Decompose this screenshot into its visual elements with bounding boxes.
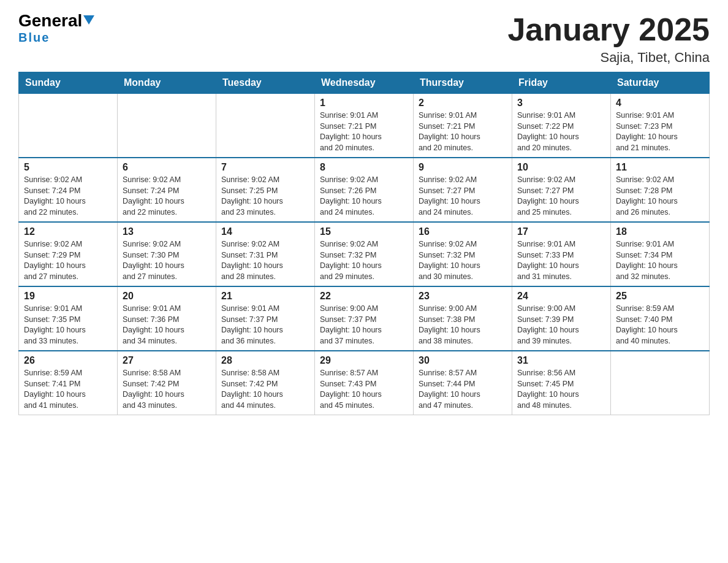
day-info: Sunrise: 9:01 AM Sunset: 7:22 PM Dayligh…: [517, 110, 605, 153]
day-info: Sunrise: 9:02 AM Sunset: 7:29 PM Dayligh…: [24, 239, 112, 282]
day-info: Sunrise: 8:58 AM Sunset: 7:42 PM Dayligh…: [123, 368, 211, 411]
weekday-header-row: SundayMondayTuesdayWednesdayThursdayFrid…: [19, 72, 710, 94]
day-number: 15: [320, 226, 408, 237]
title-area: January 2025 Sajia, Tibet, China: [507, 12, 710, 66]
calendar-cell: 5Sunrise: 9:02 AM Sunset: 7:24 PM Daylig…: [19, 158, 118, 222]
calendar-cell: 22Sunrise: 9:00 AM Sunset: 7:37 PM Dayli…: [315, 286, 414, 351]
day-info: Sunrise: 9:01 AM Sunset: 7:23 PM Dayligh…: [616, 110, 704, 153]
calendar-cell: 1Sunrise: 9:01 AM Sunset: 7:21 PM Daylig…: [315, 94, 414, 158]
calendar-cell: 31Sunrise: 8:56 AM Sunset: 7:45 PM Dayli…: [512, 351, 611, 415]
day-number: 14: [221, 226, 309, 237]
calendar-cell: 3Sunrise: 9:01 AM Sunset: 7:22 PM Daylig…: [512, 94, 611, 158]
day-info: Sunrise: 9:02 AM Sunset: 7:27 PM Dayligh…: [419, 175, 507, 218]
day-info: Sunrise: 9:02 AM Sunset: 7:25 PM Dayligh…: [221, 175, 309, 218]
calendar-week-row: 5Sunrise: 9:02 AM Sunset: 7:24 PM Daylig…: [19, 158, 710, 222]
day-number: 29: [320, 355, 408, 366]
day-number: 17: [517, 226, 605, 237]
day-number: 26: [24, 355, 112, 366]
day-info: Sunrise: 9:01 AM Sunset: 7:37 PM Dayligh…: [221, 304, 309, 347]
day-number: 11: [616, 162, 704, 173]
calendar-cell: 11Sunrise: 9:02 AM Sunset: 7:28 PM Dayli…: [611, 158, 710, 222]
day-number: 31: [517, 355, 605, 366]
weekday-header-monday: Monday: [118, 72, 216, 94]
logo: General Blue: [18, 12, 94, 45]
calendar-week-row: 1Sunrise: 9:01 AM Sunset: 7:21 PM Daylig…: [19, 94, 710, 158]
day-number: 24: [517, 291, 605, 302]
calendar-cell: 2Sunrise: 9:01 AM Sunset: 7:21 PM Daylig…: [414, 94, 512, 158]
day-number: 9: [419, 162, 507, 173]
day-info: Sunrise: 9:02 AM Sunset: 7:26 PM Dayligh…: [320, 175, 408, 218]
day-info: Sunrise: 9:00 AM Sunset: 7:37 PM Dayligh…: [320, 304, 408, 347]
day-number: 8: [320, 162, 408, 173]
calendar-cell: 16Sunrise: 9:02 AM Sunset: 7:32 PM Dayli…: [414, 222, 512, 286]
day-number: 16: [419, 226, 507, 237]
day-info: Sunrise: 9:02 AM Sunset: 7:28 PM Dayligh…: [616, 175, 704, 218]
calendar-cell: 29Sunrise: 8:57 AM Sunset: 7:43 PM Dayli…: [315, 351, 414, 415]
day-info: Sunrise: 8:57 AM Sunset: 7:43 PM Dayligh…: [320, 368, 408, 411]
day-info: Sunrise: 9:00 AM Sunset: 7:39 PM Dayligh…: [517, 304, 605, 347]
day-info: Sunrise: 9:01 AM Sunset: 7:21 PM Dayligh…: [419, 110, 507, 153]
day-number: 13: [123, 226, 211, 237]
day-info: Sunrise: 9:01 AM Sunset: 7:33 PM Dayligh…: [517, 239, 605, 282]
day-number: 7: [221, 162, 309, 173]
calendar-cell: 7Sunrise: 9:02 AM Sunset: 7:25 PM Daylig…: [216, 158, 315, 222]
day-number: 21: [221, 291, 309, 302]
day-info: Sunrise: 9:00 AM Sunset: 7:38 PM Dayligh…: [419, 304, 507, 347]
calendar-cell: 19Sunrise: 9:01 AM Sunset: 7:35 PM Dayli…: [19, 286, 118, 351]
calendar-cell: [118, 94, 216, 158]
calendar-cell: 6Sunrise: 9:02 AM Sunset: 7:24 PM Daylig…: [118, 158, 216, 222]
calendar-cell: 4Sunrise: 9:01 AM Sunset: 7:23 PM Daylig…: [611, 94, 710, 158]
day-info: Sunrise: 8:59 AM Sunset: 7:40 PM Dayligh…: [616, 304, 704, 347]
calendar-title: January 2025: [507, 12, 710, 47]
day-info: Sunrise: 9:02 AM Sunset: 7:32 PM Dayligh…: [419, 239, 507, 282]
day-number: 6: [123, 162, 211, 173]
day-number: 19: [24, 291, 112, 302]
weekday-header-thursday: Thursday: [414, 72, 512, 94]
day-number: 12: [24, 226, 112, 237]
logo-blue: Blue: [18, 31, 50, 45]
day-number: 2: [419, 98, 507, 109]
day-number: 27: [123, 355, 211, 366]
logo-text: General: [18, 12, 94, 29]
weekday-header-tuesday: Tuesday: [216, 72, 315, 94]
calendar-cell: 15Sunrise: 9:02 AM Sunset: 7:32 PM Dayli…: [315, 222, 414, 286]
calendar-cell: 30Sunrise: 8:57 AM Sunset: 7:44 PM Dayli…: [414, 351, 512, 415]
calendar-cell: 12Sunrise: 9:02 AM Sunset: 7:29 PM Dayli…: [19, 222, 118, 286]
calendar-week-row: 26Sunrise: 8:59 AM Sunset: 7:41 PM Dayli…: [19, 351, 710, 415]
day-info: Sunrise: 9:01 AM Sunset: 7:36 PM Dayligh…: [123, 304, 211, 347]
calendar-subtitle: Sajia, Tibet, China: [507, 50, 710, 66]
calendar-cell: 24Sunrise: 9:00 AM Sunset: 7:39 PM Dayli…: [512, 286, 611, 351]
calendar-cell: [611, 351, 710, 415]
calendar-cell: 20Sunrise: 9:01 AM Sunset: 7:36 PM Dayli…: [118, 286, 216, 351]
day-number: 3: [517, 98, 605, 109]
day-number: 18: [616, 226, 704, 237]
day-number: 20: [123, 291, 211, 302]
day-number: 23: [419, 291, 507, 302]
day-info: Sunrise: 9:02 AM Sunset: 7:27 PM Dayligh…: [517, 175, 605, 218]
day-number: 25: [616, 291, 704, 302]
day-number: 10: [517, 162, 605, 173]
calendar-cell: 14Sunrise: 9:02 AM Sunset: 7:31 PM Dayli…: [216, 222, 315, 286]
day-info: Sunrise: 8:56 AM Sunset: 7:45 PM Dayligh…: [517, 368, 605, 411]
day-info: Sunrise: 9:02 AM Sunset: 7:24 PM Dayligh…: [24, 175, 112, 218]
weekday-header-saturday: Saturday: [611, 72, 710, 94]
day-info: Sunrise: 8:57 AM Sunset: 7:44 PM Dayligh…: [419, 368, 507, 411]
day-number: 4: [616, 98, 704, 109]
calendar-cell: 10Sunrise: 9:02 AM Sunset: 7:27 PM Dayli…: [512, 158, 611, 222]
calendar-cell: 18Sunrise: 9:01 AM Sunset: 7:34 PM Dayli…: [611, 222, 710, 286]
calendar-cell: 28Sunrise: 8:58 AM Sunset: 7:42 PM Dayli…: [216, 351, 315, 415]
day-info: Sunrise: 9:02 AM Sunset: 7:24 PM Dayligh…: [123, 175, 211, 218]
calendar-week-row: 12Sunrise: 9:02 AM Sunset: 7:29 PM Dayli…: [19, 222, 710, 286]
day-info: Sunrise: 9:02 AM Sunset: 7:32 PM Dayligh…: [320, 239, 408, 282]
day-number: 28: [221, 355, 309, 366]
calendar-week-row: 19Sunrise: 9:01 AM Sunset: 7:35 PM Dayli…: [19, 286, 710, 351]
calendar-cell: 23Sunrise: 9:00 AM Sunset: 7:38 PM Dayli…: [414, 286, 512, 351]
day-number: 30: [419, 355, 507, 366]
day-info: Sunrise: 8:59 AM Sunset: 7:41 PM Dayligh…: [24, 368, 112, 411]
calendar-cell: [216, 94, 315, 158]
calendar-cell: 26Sunrise: 8:59 AM Sunset: 7:41 PM Dayli…: [19, 351, 118, 415]
weekday-header-sunday: Sunday: [19, 72, 118, 94]
day-info: Sunrise: 9:01 AM Sunset: 7:34 PM Dayligh…: [616, 239, 704, 282]
calendar-cell: 25Sunrise: 8:59 AM Sunset: 7:40 PM Dayli…: [611, 286, 710, 351]
day-info: Sunrise: 9:01 AM Sunset: 7:21 PM Dayligh…: [320, 110, 408, 153]
